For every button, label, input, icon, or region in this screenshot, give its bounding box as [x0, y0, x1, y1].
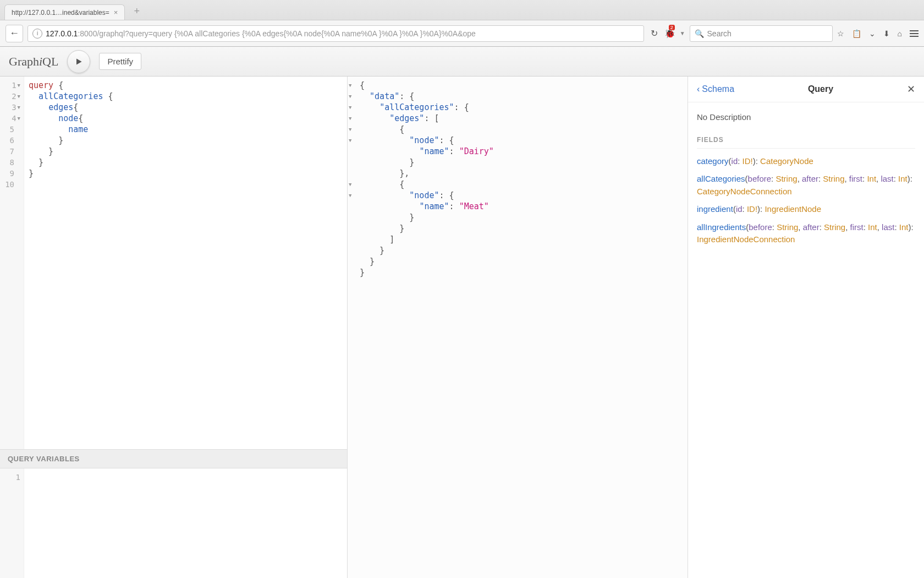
close-icon[interactable]: ×	[114, 8, 118, 17]
fold-icon[interactable]: ▼	[349, 105, 351, 110]
fold-icon[interactable]: ▼	[349, 94, 351, 99]
result-fold-gutter: ▼▼▼▼▼▼ ▼▼	[348, 77, 355, 578]
docs-title: Query	[808, 84, 833, 94]
line-number: 1▼	[0, 80, 20, 91]
clipboard-icon[interactable]: 📋	[852, 29, 861, 38]
fold-icon[interactable]: ▼	[349, 127, 351, 132]
url-path: :8000/graphql?query=query {%0A allCatego…	[78, 29, 476, 38]
docs-field[interactable]: category(id: ID!): CategoryNode	[697, 155, 915, 168]
query-editor[interactable]: 1▼2▼3▼4▼5678910 query { allCategories { …	[0, 77, 347, 449]
line-number: 5	[0, 124, 20, 135]
line-gutter: 1▼2▼3▼4▼5678910	[0, 77, 24, 449]
graphiql-logo: GraphiQL	[9, 54, 58, 69]
result-pane: ▼▼▼▼▼▼ ▼▼ { "data": { "allCategories": {…	[348, 77, 688, 578]
line-number: 4▼	[0, 113, 20, 124]
execute-button[interactable]	[67, 50, 90, 73]
pocket-icon[interactable]: ⌄	[869, 29, 876, 38]
line-number: 6	[0, 135, 20, 146]
docs-field[interactable]: ingredient(id: ID!): IngredientNode	[697, 203, 915, 216]
variables-gutter: 1	[0, 468, 24, 578]
line-number: 2▼	[0, 91, 20, 102]
docs-field[interactable]: allCategories(before: String, after: Str…	[697, 173, 915, 198]
chevron-left-icon: ‹	[697, 84, 700, 94]
browser-tab[interactable]: http://127.0.0.1…ined&variables= ×	[4, 4, 125, 20]
menu-icon[interactable]	[910, 30, 919, 37]
editor-column: 1▼2▼3▼4▼5678910 query { allCategories { …	[0, 77, 348, 578]
docs-header: ‹ Schema Query ✕	[688, 77, 924, 102]
url-bar-row: ← i 127.0.0.1:8000/graphql?query=query {…	[0, 20, 924, 46]
line-number: 10	[0, 179, 20, 190]
line-number: 8	[0, 157, 20, 168]
toolbar-icons: ☆ 📋 ⌄ ⬇ ⌂	[837, 29, 919, 38]
variables-editor[interactable]: 1	[0, 468, 347, 578]
extension-icon[interactable]: 🐞2	[664, 28, 675, 39]
download-icon[interactable]: ⬇	[883, 29, 890, 38]
fold-icon[interactable]: ▼	[349, 182, 351, 187]
prettify-button[interactable]: Prettify	[99, 53, 141, 70]
fold-icon[interactable]: ▼	[18, 102, 20, 113]
star-icon[interactable]: ☆	[837, 29, 844, 38]
main-area: 1▼2▼3▼4▼5678910 query { allCategories { …	[0, 77, 924, 578]
line-number: 3▼	[0, 102, 20, 113]
url-host: 127.0.0.1	[46, 29, 78, 38]
docs-close-button[interactable]: ✕	[907, 83, 915, 95]
search-placeholder: Search	[707, 29, 732, 38]
browser-chrome: http://127.0.0.1…ined&variables= × + ← i…	[0, 0, 924, 47]
url-input[interactable]: i 127.0.0.1:8000/graphql?query=query {%0…	[28, 25, 644, 42]
line-number: 9	[0, 168, 20, 179]
query-code[interactable]: query { allCategories { edges{ node{ nam…	[24, 77, 347, 449]
home-icon[interactable]: ⌂	[898, 29, 902, 38]
chevron-down-icon[interactable]: ▼	[680, 30, 685, 36]
docs-panel: ‹ Schema Query ✕ No Description FIELDS c…	[688, 77, 924, 578]
docs-back-label: Schema	[702, 84, 734, 94]
fold-icon[interactable]: ▼	[349, 116, 351, 121]
docs-fields-list: category(id: ID!): CategoryNodeallCatego…	[697, 155, 915, 246]
line-number: 1	[0, 472, 20, 483]
docs-field[interactable]: allIngredients(before: String, after: St…	[697, 221, 915, 246]
search-icon: 🔍	[695, 29, 704, 38]
back-button[interactable]: ←	[6, 25, 23, 42]
line-number: 7	[0, 146, 20, 157]
query-variables-header[interactable]: QUERY VARIABLES	[0, 449, 347, 468]
fold-icon[interactable]: ▼	[18, 80, 20, 91]
badge-count: 2	[669, 25, 675, 30]
svg-marker-0	[76, 58, 82, 64]
new-tab-button[interactable]: +	[129, 4, 144, 19]
site-info-icon[interactable]: i	[32, 29, 42, 39]
reload-icon[interactable]: ↻	[648, 28, 660, 39]
docs-description: No Description	[697, 111, 915, 124]
fold-icon[interactable]: ▼	[349, 83, 351, 88]
search-input[interactable]: 🔍 Search	[690, 25, 833, 42]
result-code[interactable]: { "data": { "allCategories": { "edges": …	[355, 77, 688, 578]
graphiql-toolbar: GraphiQL Prettify	[0, 47, 924, 77]
fold-icon[interactable]: ▼	[18, 91, 20, 102]
docs-back-button[interactable]: ‹ Schema	[697, 84, 734, 94]
docs-body: No Description FIELDS category(id: ID!):…	[688, 102, 924, 260]
fold-icon[interactable]: ▼	[349, 138, 351, 143]
play-icon	[74, 57, 83, 66]
fold-icon[interactable]: ▼	[18, 113, 20, 124]
tab-strip: http://127.0.0.1…ined&variables= × +	[0, 0, 924, 20]
fields-label: FIELDS	[697, 135, 915, 149]
fold-icon[interactable]: ▼	[349, 193, 351, 198]
tab-title: http://127.0.0.1…ined&variables=	[12, 9, 109, 17]
variables-code[interactable]	[24, 468, 347, 578]
